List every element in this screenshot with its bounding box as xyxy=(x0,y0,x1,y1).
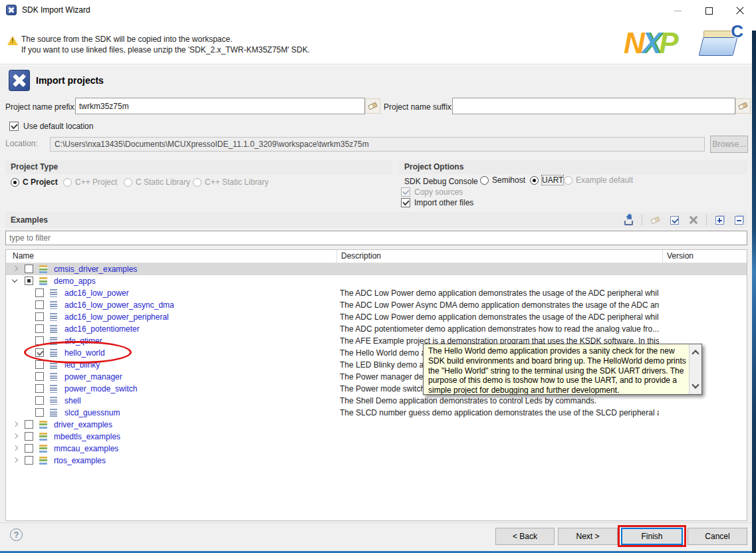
example-name[interactable]: led_blinky xyxy=(64,360,100,370)
table-row[interactable]: driver_examples xyxy=(6,419,747,431)
example-name[interactable]: power_manager xyxy=(64,372,122,382)
example-name[interactable]: mbedtls_examples xyxy=(54,432,120,441)
example-name[interactable]: adc16_low_power_peripheral xyxy=(64,312,169,322)
use-default-location-checkbox[interactable] xyxy=(9,122,19,131)
table-row[interactable]: shellThe Shell Demo application demonstr… xyxy=(6,395,747,407)
browse-button[interactable]: Browse... xyxy=(710,136,748,153)
help-button[interactable]: ? xyxy=(10,528,23,541)
row-checkbox[interactable] xyxy=(25,265,33,273)
radio-c-static-library[interactable]: C Static Library xyxy=(124,177,190,187)
tooltip-scrollbar[interactable] xyxy=(689,344,701,394)
row-checkbox[interactable] xyxy=(25,432,33,441)
column-header-description[interactable]: Description xyxy=(341,251,381,261)
table-row[interactable]: mbedtls_examples xyxy=(6,431,747,443)
footer-divider xyxy=(0,522,752,523)
row-checkbox[interactable] xyxy=(25,456,33,465)
minimize-button[interactable] xyxy=(666,3,689,19)
radio-icon xyxy=(193,178,201,187)
radio-cpp-project[interactable]: C++ Project xyxy=(63,177,117,187)
category-icon xyxy=(39,265,47,273)
collapse-arrow-icon[interactable] xyxy=(12,277,17,282)
import-example-icon[interactable] xyxy=(622,214,636,226)
example-name[interactable]: cmsis_driver_examples xyxy=(54,265,137,274)
row-checkbox[interactable] xyxy=(25,444,33,453)
expand-arrow-icon[interactable] xyxy=(13,457,18,463)
row-checkbox[interactable] xyxy=(35,360,44,369)
category-icon xyxy=(39,277,47,285)
row-checkbox[interactable] xyxy=(35,384,44,393)
column-divider[interactable] xyxy=(336,250,337,263)
scroll-up-icon[interactable] xyxy=(692,350,699,357)
collapse-all-icon[interactable] xyxy=(732,214,745,226)
example-name[interactable]: adc16_low_power_async_dma xyxy=(64,300,174,310)
example-name[interactable]: adc16_potentiometer xyxy=(64,324,140,334)
radio-c-project[interactable]: C Project xyxy=(11,177,58,187)
example-name[interactable]: slcd_guessnum xyxy=(64,408,120,417)
filter-input[interactable] xyxy=(5,231,747,245)
location-label: Location: xyxy=(5,139,38,148)
table-row[interactable]: demo_apps xyxy=(6,275,747,287)
select-all-icon[interactable] xyxy=(668,214,681,226)
table-row[interactable]: adc16_potentiometerThe ADC potentiometer… xyxy=(6,323,747,335)
example-name[interactable]: mmcau_examples xyxy=(54,444,118,453)
finish-button[interactable]: Finish xyxy=(621,528,683,545)
maximize-button[interactable] xyxy=(697,3,720,19)
example-name[interactable]: hello_world xyxy=(64,348,105,358)
warning-text-line2: If you want to use linked files, please … xyxy=(21,45,310,55)
row-checkbox[interactable] xyxy=(35,348,44,357)
suffix-input[interactable] xyxy=(452,98,735,114)
expand-arrow-icon[interactable] xyxy=(13,445,18,451)
example-name[interactable]: adc16_low_power xyxy=(64,288,129,298)
table-row[interactable]: adc16_low_power_peripheralThe ADC Low Po… xyxy=(6,311,747,323)
toolbar-separator xyxy=(706,215,707,225)
row-checkbox[interactable] xyxy=(35,312,44,321)
row-checkbox[interactable] xyxy=(35,324,44,333)
expand-arrow-icon[interactable] xyxy=(13,421,18,427)
example-description: The ADC Low Power demo application demon… xyxy=(340,288,659,298)
cancel-button[interactable]: Cancel xyxy=(688,528,747,545)
table-row[interactable]: adc16_low_power_async_dmaThe ADC Low Pow… xyxy=(6,299,747,311)
example-name[interactable]: demo_apps xyxy=(54,276,96,286)
next-button[interactable]: Next > xyxy=(558,528,618,545)
expand-all-icon[interactable] xyxy=(713,214,726,226)
radio-uart[interactable]: UART xyxy=(530,175,563,185)
import-other-files-checkbox[interactable] xyxy=(401,198,410,207)
back-button[interactable]: < Back xyxy=(495,528,555,545)
example-name[interactable]: shell xyxy=(64,396,81,405)
row-checkbox[interactable] xyxy=(35,396,44,405)
radio-icon xyxy=(564,176,572,185)
row-checkbox[interactable] xyxy=(25,276,33,285)
clear-filter-icon[interactable] xyxy=(648,214,662,226)
deselect-all-icon[interactable] xyxy=(687,214,700,226)
column-divider[interactable] xyxy=(662,250,663,263)
clear-suffix-button[interactable] xyxy=(735,98,751,114)
row-checkbox[interactable] xyxy=(35,336,44,345)
table-row[interactable]: mmcau_examples xyxy=(6,443,747,455)
clear-prefix-button[interactable] xyxy=(365,98,380,114)
table-row[interactable]: cmsis_driver_examples xyxy=(6,263,747,275)
radio-example-default[interactable]: Example default xyxy=(564,175,633,185)
table-row[interactable]: slcd_guessnumThe SLCD number guess demo … xyxy=(6,407,747,419)
row-checkbox[interactable] xyxy=(35,300,44,309)
column-header-version[interactable]: Version xyxy=(667,251,693,261)
table-row[interactable]: adc16_low_powerThe ADC Low Power demo ap… xyxy=(6,287,747,299)
row-checkbox[interactable] xyxy=(35,288,44,297)
radio-semihost[interactable]: Semihost xyxy=(480,175,525,185)
column-header-name[interactable]: Name xyxy=(13,251,34,261)
example-name[interactable]: power_mode_switch xyxy=(64,384,137,393)
scroll-down-icon[interactable] xyxy=(692,381,699,388)
tooltip-text: The Hello World demo application provide… xyxy=(424,344,689,394)
example-name[interactable]: afe_qtimer xyxy=(64,336,102,346)
row-checkbox[interactable] xyxy=(35,408,44,417)
nxp-logo: NXP xyxy=(624,27,676,60)
prefix-input[interactable] xyxy=(75,98,365,114)
radio-cpp-static-library[interactable]: C++ Static Library xyxy=(193,177,269,187)
row-checkbox[interactable] xyxy=(25,420,33,429)
close-button[interactable] xyxy=(729,3,751,19)
expand-arrow-icon[interactable] xyxy=(13,433,18,439)
example-name[interactable]: rtos_examples xyxy=(54,456,106,465)
table-row[interactable]: rtos_examples xyxy=(6,455,747,467)
row-checkbox[interactable] xyxy=(35,372,44,381)
example-name[interactable]: driver_examples xyxy=(54,420,112,429)
expand-arrow-icon[interactable] xyxy=(13,266,18,271)
